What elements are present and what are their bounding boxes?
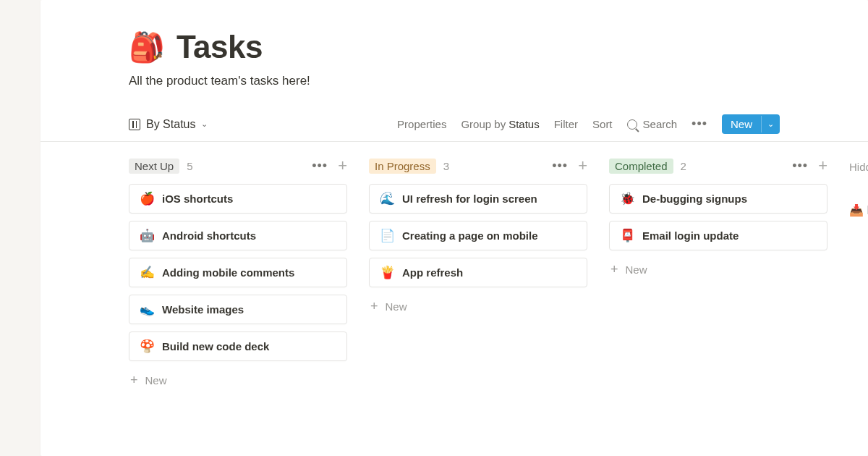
card-icon: 🐞 xyxy=(620,193,635,205)
card-icon: 🤖 xyxy=(140,229,155,242)
column-add-button[interactable]: + xyxy=(578,158,587,174)
chevron-down-icon: ⌄ xyxy=(201,119,208,129)
inbox-icon[interactable]: 📥 N xyxy=(849,173,868,217)
column-count: 3 xyxy=(443,160,449,172)
card-icon: ✍️ xyxy=(140,266,155,279)
new-button-label: New xyxy=(722,114,761,134)
board-icon xyxy=(129,119,140,130)
card-icon: 🍟 xyxy=(380,266,395,279)
plus-icon: + xyxy=(610,262,618,277)
column-add-button[interactable]: + xyxy=(818,158,827,174)
card-title: App refresh xyxy=(402,266,463,279)
card-icon: 📮 xyxy=(620,229,635,242)
search-icon xyxy=(627,119,637,130)
card-title: De-bugging signups xyxy=(642,193,747,205)
add-card-button[interactable]: + New xyxy=(129,368,347,392)
card-icon: 🍄 xyxy=(140,340,155,352)
card[interactable]: 🍄 Build new code deck xyxy=(129,332,347,361)
card-icon: 🌊 xyxy=(380,193,395,205)
card-title: Website images xyxy=(162,303,244,316)
column-more-button[interactable]: ••• xyxy=(792,159,808,174)
column-count: 2 xyxy=(681,160,686,172)
card[interactable]: 🐞 De-bugging signups xyxy=(609,184,827,214)
card-title: Email login update xyxy=(642,229,739,242)
page-icon[interactable]: 🎒 xyxy=(129,33,165,62)
more-menu-button[interactable]: ••• xyxy=(692,117,707,132)
search-button[interactable]: Search xyxy=(627,118,678,130)
card-title: Adding mobile comments xyxy=(162,266,294,279)
search-label: Search xyxy=(643,118,678,130)
column-tag[interactable]: In Progress xyxy=(369,159,436,174)
page-subtitle[interactable]: All the product team's tasks here! xyxy=(129,74,868,88)
add-card-button[interactable]: + New xyxy=(609,258,827,282)
card-title: UI refresh for login screen xyxy=(402,193,537,205)
filter-button[interactable]: Filter xyxy=(554,118,578,130)
card[interactable]: ✍️ Adding mobile comments xyxy=(129,258,347,287)
column-count: 5 xyxy=(187,160,192,172)
card-title: Android shortcuts xyxy=(162,229,256,242)
card[interactable]: 📄 Creating a page on mobile xyxy=(369,221,587,250)
card[interactable]: 🌊 UI refresh for login screen xyxy=(369,184,587,214)
column-in-progress: In Progress 3 ••• + 🌊 UI refresh for log… xyxy=(369,158,587,392)
new-button-dropdown[interactable]: ⌄ xyxy=(761,116,780,132)
card-title: Creating a page on mobile xyxy=(402,229,538,242)
properties-button[interactable]: Properties xyxy=(397,118,446,130)
column-next-up: Next Up 5 ••• + 🍎 iOS shortcuts 🤖 Androi… xyxy=(129,158,347,392)
page-title[interactable]: Tasks xyxy=(176,29,263,65)
card-icon: 🍎 xyxy=(140,193,155,205)
group-by-label: Group by xyxy=(461,118,506,130)
view-label: By Status xyxy=(146,118,195,131)
sort-button[interactable]: Sort xyxy=(592,118,613,130)
view-selector[interactable]: By Status ⌄ xyxy=(129,118,208,131)
card-icon: 👟 xyxy=(140,303,155,316)
card-icon: 📄 xyxy=(380,229,395,242)
new-label: New xyxy=(626,263,647,276)
new-label: New xyxy=(145,374,167,387)
card[interactable]: 🍟 App refresh xyxy=(369,258,587,287)
add-card-button[interactable]: + New xyxy=(369,295,587,318)
new-label: New xyxy=(386,300,407,313)
card-title: iOS shortcuts xyxy=(162,193,233,205)
column-add-button[interactable]: + xyxy=(338,158,347,174)
card[interactable]: 📮 Email login update xyxy=(609,221,827,250)
column-completed: Completed 2 ••• + 🐞 De-bugging signups 📮… xyxy=(609,158,827,392)
hidden-columns-label[interactable]: Hidde xyxy=(849,158,868,173)
new-button[interactable]: New ⌄ xyxy=(722,114,780,134)
plus-icon: + xyxy=(130,373,138,388)
board: Next Up 5 ••• + 🍎 iOS shortcuts 🤖 Androi… xyxy=(129,142,868,392)
column-more-button[interactable]: ••• xyxy=(312,159,328,174)
column-tag[interactable]: Completed xyxy=(609,159,673,174)
card[interactable]: 🍎 iOS shortcuts xyxy=(129,184,347,214)
column-tag[interactable]: Next Up xyxy=(129,159,179,174)
group-by-value: Status xyxy=(509,118,540,130)
card-title: Build new code deck xyxy=(162,340,269,352)
plus-icon: + xyxy=(370,299,378,314)
card[interactable]: 🤖 Android shortcuts xyxy=(129,221,347,250)
card[interactable]: 👟 Website images xyxy=(129,295,347,324)
overflow-column: Hidde 📥 N xyxy=(849,158,868,392)
group-by-button[interactable]: Group by Status xyxy=(461,118,539,130)
column-more-button[interactable]: ••• xyxy=(552,159,568,174)
